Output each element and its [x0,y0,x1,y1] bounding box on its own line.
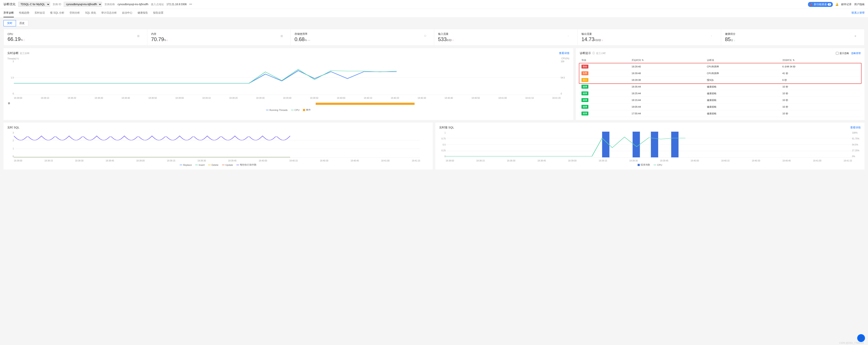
diag-row[interactable]: 健康18:25:44健康巡检10 秒 [580,90,861,97]
ignore-mgmt-link[interactable]: 忽略管理 [851,52,861,55]
metric-2[interactable]: 存储使用率0.68% —⛁ [291,29,434,46]
tab-auto[interactable]: 自治中心 [122,9,132,17]
diag-row[interactable]: 健康18:35:44健康巡检10 秒 [580,83,861,90]
diag-row[interactable]: 致命18:28:40CPU利用率6 分钟 34 秒 [580,63,861,70]
subtab-history[interactable]: 历史 [16,20,28,26]
realtime-diag-panel: 实时诊断 近三分钟 查看详情 Threads(个)CPU(%) 31.50 10… [3,48,573,120]
realtime-diag-title: 实时诊断 [7,51,19,55]
slow-sql-panel: 实时慢 SQL 查看详情 10.750.50.250 109%81.75%54.… [435,122,865,170]
tab-space[interactable]: 空间分析 [69,9,80,17]
dbtype-select[interactable]: TDSQL-C for MySQL [18,2,50,7]
subtab-realtime[interactable]: 实时 [3,20,16,26]
megaphone-icon: 📣 [810,3,813,6]
metrics-row: CPU66.19% ↑▦内存70.79% ↑▦存储使用率0.68% —⛁输入流量… [0,29,868,48]
instance-id-label: 实例 ID [53,3,61,6]
diag-hint-table: 等级 开始时间 ⇅ 诊断项 持续时长 ⇅ 致命18:28:40CPU利用率6 分… [580,57,861,117]
tab-anomaly[interactable]: 异常诊断 [3,9,14,17]
instance-name-label: 实例名称 [104,3,115,6]
tab-session[interactable]: 实时会话 [35,9,45,17]
metric-icon: ↑ [711,34,717,40]
subtabs: 实时 历史 [0,18,868,29]
metric-1[interactable]: 内存70.79% ↑▦ [147,29,291,46]
realtime-sql-chart: 3210 18:38:0018:38:1518:38:3018:38:4518:… [7,132,429,162]
instance-name: cynosdbmysql-ins-bj5rodfh [118,3,148,6]
tab-report[interactable]: 报告设置 [153,9,163,17]
diag-hint-title: 诊断提示 [580,51,591,55]
metric-icon: ◈ [855,34,861,40]
svg-rect-10 [651,132,658,157]
contact-mgmt-link[interactable]: 联系人管理 [851,9,865,17]
svg-rect-8 [602,132,610,157]
realtime-sql-panel: 实时 SQL 3210 18:38:0018:38:1518:38:3018:3… [3,122,433,170]
diag-row[interactable]: 健康18:05:44健康巡检10 秒 [580,104,861,110]
more-icon[interactable]: ••• [189,3,192,6]
tab-health[interactable]: 健康报告 [137,9,148,17]
metric-icon: ⛁ [424,34,430,40]
show-ignore-checkbox[interactable]: 显示忽略 [836,52,849,55]
metric-5[interactable]: 健康得分85分 ↓◈ [721,29,865,46]
instance-id-select[interactable]: cynosdbmysql-ins-bj5rodfh [64,2,102,7]
diag-hint-panel: 诊断提示 ⓘ 近三小时 显示忽略 忽略管理 等级 开始时间 ⇅ 诊断项 持续时长… [576,48,865,120]
slow-sql-detail-link[interactable]: 查看详情 [850,126,861,130]
event-bar: 异常事件 [14,100,563,107]
tab-slowsql[interactable]: 慢 SQL 分析 [50,9,64,17]
main-tabs: 异常诊断 性能趋势 实时会话 慢 SQL 分析 空间分析 SQL 优化 审计日志… [0,9,868,18]
tab-perf[interactable]: 性能趋势 [19,9,29,17]
diag-row[interactable]: 提示18:28:38慢SQL6 秒 [580,77,861,83]
realtime-diag-detail-link[interactable]: 查看详情 [559,52,569,55]
endpoint: 172.21.16.9:3306 [166,3,187,6]
diag-row[interactable]: 健康18:15:44健康巡检10 秒 [580,97,861,104]
metric-icon: ↓ [567,34,574,40]
endpoint-label: 接入点地址 [151,3,164,6]
new-feature-badge[interactable]: 📣 新功能速递 4 [808,2,833,7]
tab-audit[interactable]: 审计日志分析 [101,9,117,17]
tab-sqlopt[interactable]: SQL 优化 [85,9,96,17]
diag-row[interactable]: 告警18:39:48CPU利用率41 秒 [580,70,861,77]
realtime-diag-legend: Running Threads CPU 事件 [7,108,569,112]
metric-icon: ▦ [280,34,286,40]
mail-log-link[interactable]: 邮件记录 [841,3,851,6]
bell-icon[interactable]: 🔔 [835,3,839,6]
page-title: 诊断优化 [3,2,16,6]
slow-sql-chart: 10.750.50.250 109%81.75%54.5%27.25%0% 18… [439,132,861,162]
topbar: 诊断优化 TDSQL-C for MySQL 实例 ID cynosdbmysq… [0,0,868,9]
metric-icon: ▦ [137,34,143,40]
guide-link[interactable]: 用户指南 [854,3,865,6]
svg-rect-11 [671,132,679,157]
info-icon[interactable]: ⓘ [592,52,595,55]
realtime-diag-chart: 31.50 10954.50 18:38:0018:38:1018:38:201… [7,60,569,99]
metric-3[interactable]: 输入流量533B/秒 ↑↓ [434,29,578,46]
metric-0[interactable]: CPU66.19% ↑▦ [3,29,147,46]
diag-row[interactable]: 健康17:55:44健康巡检10 秒 [580,110,861,117]
metric-4[interactable]: 输出流量14.73KB/秒 ↑↑ [578,29,721,46]
